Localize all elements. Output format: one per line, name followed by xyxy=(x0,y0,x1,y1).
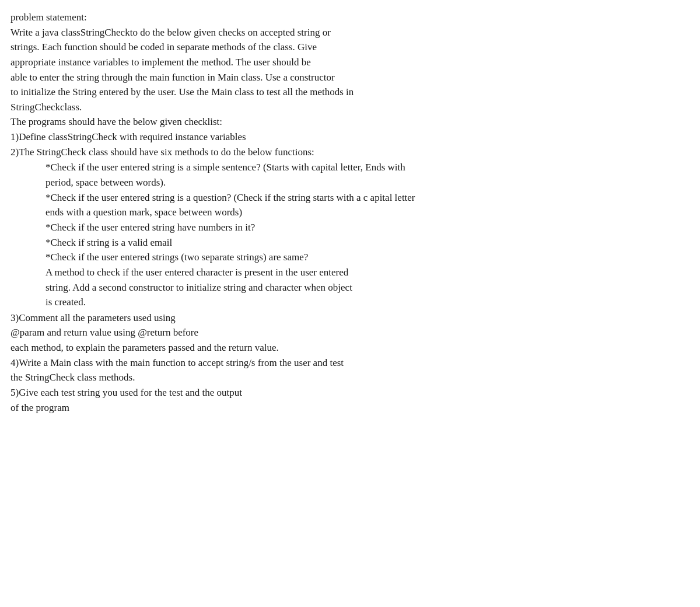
item5-line-2: of the program xyxy=(10,401,687,416)
item5-line-1: 5)Give each test string you used for the… xyxy=(10,386,687,400)
item3-line-3: each method, to explain the parameters p… xyxy=(10,341,687,355)
sub-item-5: *Check if the user entered strings (two … xyxy=(46,250,687,265)
item2: 2)The StringCheck class should have six … xyxy=(10,145,687,160)
item5-block: 5)Give each test string you used for the… xyxy=(10,386,687,415)
item4-block: 4)Write a Main class with the main funct… xyxy=(10,356,687,385)
intro-line-5: to initialize the String entered by the … xyxy=(10,85,687,100)
intro-line-6: StringCheckclass. xyxy=(10,100,687,115)
programs-line: The programs should have the below given… xyxy=(10,115,687,130)
intro-line-1: Write a java classStringCheckto do the b… xyxy=(10,26,687,40)
sub-items-block: *Check if the user entered string is a s… xyxy=(46,161,687,309)
item1: 1)Define classStringCheck with required … xyxy=(10,130,687,145)
sub-item-4: *Check if string is a valid email xyxy=(46,236,687,250)
heading: problem statement: xyxy=(10,11,687,25)
sub-item-2a: *Check if the user entered string is a q… xyxy=(46,191,687,205)
item4-line-1: 4)Write a Main class with the main funct… xyxy=(10,356,687,371)
sub-item-6a: A method to check if the user entered ch… xyxy=(46,266,687,280)
intro-line-4: able to enter the string through the mai… xyxy=(10,71,687,85)
item3-line-2: @param and return value using @return be… xyxy=(10,326,687,340)
sub-item-6b: string. Add a second constructor to init… xyxy=(46,281,687,295)
intro-block: Write a java classStringCheckto do the b… xyxy=(10,26,687,115)
sub-item-2b: ends with a question mark, space between… xyxy=(46,205,687,220)
item3-line-1: 3)Comment all the parameters used using xyxy=(10,311,687,326)
item3-block: 3)Comment all the parameters used using … xyxy=(10,311,687,355)
intro-line-2: strings. Each function should be coded i… xyxy=(10,40,687,55)
main-content: problem statement: Write a java classStr… xyxy=(10,11,687,415)
sub-item-1a: *Check if the user entered string is a s… xyxy=(46,161,687,175)
sub-item-6c: is created. xyxy=(46,295,687,310)
item4-line-2: the StringCheck class methods. xyxy=(10,371,687,385)
sub-item-3: *Check if the user entered string have n… xyxy=(46,221,687,235)
sub-item-1b: period, space between words). xyxy=(46,176,687,190)
intro-line-3: appropriate instance variables to implem… xyxy=(10,55,687,70)
